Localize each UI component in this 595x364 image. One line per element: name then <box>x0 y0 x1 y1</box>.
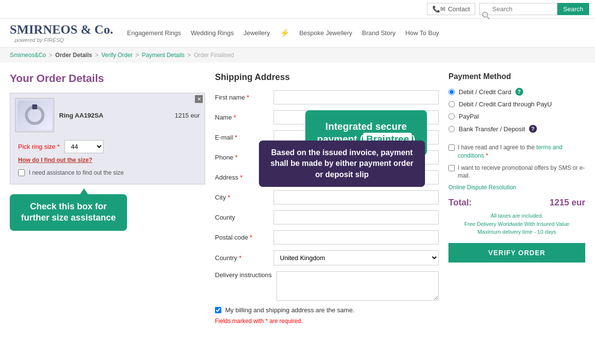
payment-info-bank[interactable]: ? <box>529 125 537 133</box>
delivery-textarea[interactable] <box>276 271 439 301</box>
postal-code-label-text: Postal code <box>215 234 248 241</box>
bank-transfer-text: Based on the issued invoice, payment sha… <box>271 148 414 179</box>
order-item-box: ✕ Ring AA192SA 1215 eur Pick ring <box>10 93 205 184</box>
assistance-row: I need assistance to find out the size <box>15 166 200 179</box>
ring-size-text: Pick ring size <box>18 143 56 150</box>
item-name: Ring AA192SA <box>59 112 104 119</box>
nav-brand-story[interactable]: Brand Story <box>362 29 396 37</box>
postal-code-label: Postal code * <box>215 234 269 241</box>
phone-label-text: Phone <box>215 154 234 161</box>
braintree-line1: Integrated secure <box>325 121 407 132</box>
how-to-find-size-link[interactable]: How do I find out the size? <box>18 157 92 163</box>
first-name-group: First name * <box>215 90 439 104</box>
order-title: Your Order Details <box>10 72 205 85</box>
country-group: Country * United Kingdom United States G… <box>215 250 439 265</box>
city-input[interactable] <box>274 190 439 204</box>
tooltip-text: Check this box for further size assistan… <box>21 202 116 222</box>
nav-engagement-rings[interactable]: Engagement Rings <box>127 29 181 37</box>
page-body: Integrated secure payment (Braintree) Ba… <box>0 62 595 334</box>
delivery-label: Delivery instructions <box>215 271 272 279</box>
breadcrumb-sep4: > <box>188 52 191 59</box>
payment-radio-payu[interactable] <box>448 101 455 107</box>
delivery-note-2: Free Delivery Worldwide With Insured Val… <box>448 220 585 228</box>
nav-wedding-rings[interactable]: Wedding Rings <box>191 29 234 37</box>
dispute-link[interactable]: Online Dispute Resolution <box>448 184 585 191</box>
promo-label: I want to receive promotional offers by … <box>458 164 585 181</box>
item-price: 1215 eur <box>175 112 200 119</box>
delivery-instructions-group: Delivery instructions <box>215 271 439 301</box>
name-label: Name * <box>215 114 269 121</box>
first-name-label: First name * <box>215 94 269 101</box>
contact-button[interactable]: 📞✉ Contact <box>427 3 475 15</box>
breadcrumb-order-details: Order Details <box>55 52 92 59</box>
payment-option-bank: Bank Transfer / Deposit ? <box>448 125 585 133</box>
right-panel: Payment Method Debit / Credit Card ? Deb… <box>448 72 585 324</box>
ring-size-row: Pick ring size * 44454647 48495051 52535… <box>15 137 200 156</box>
contact-label: Contact <box>448 5 470 13</box>
assistance-label: I need assistance to find out the size <box>29 169 124 176</box>
name-req: * <box>234 114 236 121</box>
country-select[interactable]: United Kingdom United States Germany Fra… <box>274 250 439 265</box>
nav-how-to-buy[interactable]: How To Buy <box>405 29 439 37</box>
county-group: County <box>215 210 439 224</box>
county-input[interactable] <box>274 210 439 224</box>
billing-checkbox[interactable] <box>215 307 221 313</box>
promo-row: I want to receive promotional offers by … <box>448 164 585 181</box>
tc-checkbox[interactable] <box>448 144 455 151</box>
promo-checkbox[interactable] <box>448 165 455 171</box>
county-label-text: County <box>215 214 235 221</box>
city-req: * <box>228 194 230 201</box>
payment-info-card[interactable]: ? <box>515 88 523 96</box>
size-assistance-tooltip: Check this box for further size assistan… <box>10 194 127 231</box>
required-note: Fields marked with * are required. <box>215 318 439 324</box>
breadcrumb-payment-details[interactable]: Payment Details <box>142 52 184 59</box>
top-bar: 📞✉ Contact Search <box>0 0 595 19</box>
postal-req: * <box>250 234 253 241</box>
postal-code-input[interactable] <box>274 230 439 244</box>
tc-req: * <box>486 152 488 159</box>
first-name-input[interactable] <box>274 90 439 104</box>
nav-jewellery[interactable]: Jewellery <box>244 29 270 37</box>
country-label: Country * <box>215 254 269 262</box>
email-req: * <box>234 134 237 141</box>
breadcrumb-verify-order[interactable]: Verify Order <box>101 52 132 59</box>
breadcrumb-home[interactable]: Smirneos&Co <box>10 52 46 59</box>
phone-icon: 📞✉ <box>432 5 446 13</box>
payment-option-paypal: PayPal <box>448 113 585 120</box>
total-row: Total: 1215 eur <box>448 198 585 208</box>
payment-label-bank: Bank Transfer / Deposit <box>459 125 525 133</box>
ring-image <box>15 98 54 132</box>
ring-inner <box>18 101 52 130</box>
search-input[interactable] <box>479 3 557 15</box>
breadcrumb-order-finalised: Order Finalised <box>194 52 234 59</box>
payment-title: Payment Method <box>448 72 585 81</box>
payment-radio-card[interactable] <box>448 89 455 95</box>
nav-bespoke[interactable]: Bespoke Jewellery <box>299 29 352 37</box>
payment-radio-bank[interactable] <box>448 126 455 132</box>
ring-size-select[interactable]: 44454647 48495051 52535455 <box>64 140 104 153</box>
payment-label-payu: Debit / Credit Card through PayU <box>459 101 552 108</box>
address-req: * <box>240 174 242 181</box>
verify-order-button[interactable]: VERIFY ORDER <box>448 243 585 263</box>
main-nav: Engagement Rings Wedding Rings Jewellery… <box>127 28 439 38</box>
main-content: Your Order Details ✕ Ring AA192SA 1215 e… <box>0 62 595 334</box>
item-row: Ring AA192SA 1215 eur <box>15 98 200 132</box>
delivery-note-1: All taxes are included. <box>448 212 585 220</box>
assistance-checkbox[interactable] <box>18 169 25 176</box>
tc-pre: I have read and I agree to the <box>458 144 534 151</box>
payment-radio-paypal[interactable] <box>448 113 455 120</box>
breadcrumb: Smirneos&Co > Order Details > Verify Ord… <box>0 48 595 62</box>
country-label-text: Country <box>215 254 237 262</box>
city-label: City * <box>215 194 269 201</box>
delivery-note-3: Maximum delivery time - 10 days <box>448 228 585 236</box>
search-button[interactable]: Search <box>557 3 589 15</box>
ring-shape <box>25 105 44 125</box>
close-item-button[interactable]: ✕ <box>195 95 203 103</box>
req-post: are required. <box>269 318 302 324</box>
req-pre: Fields marked with <box>215 318 264 324</box>
logo-subtitle: powered by FIRESQ <box>15 37 127 43</box>
breadcrumb-sep1: > <box>49 52 52 59</box>
payment-option-card: Debit / Credit Card ? <box>448 88 585 96</box>
ring-size-label: Pick ring size * <box>18 143 60 150</box>
breadcrumb-sep3: > <box>135 52 139 59</box>
